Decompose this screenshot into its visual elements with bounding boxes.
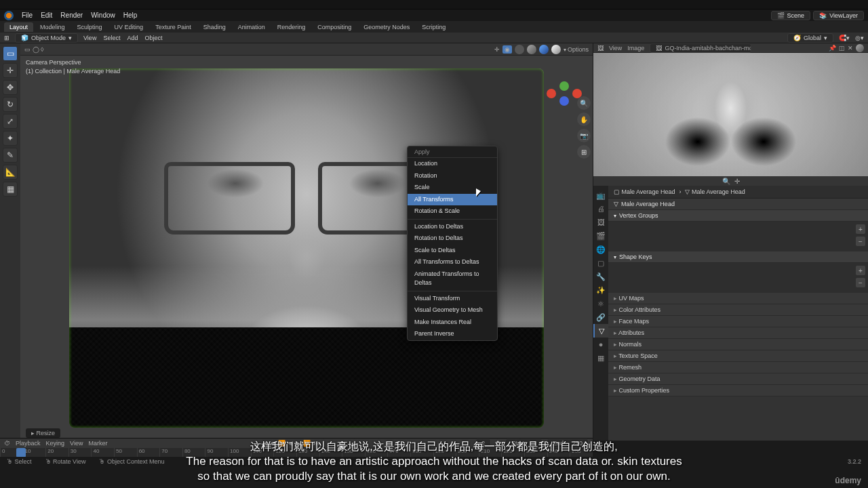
imged-type-icon[interactable]: 🖼: [597, 45, 604, 52]
menu-edit[interactable]: Edit: [41, 12, 52, 19]
tab-layout[interactable]: Layout: [4, 22, 33, 32]
snap-icon[interactable]: 🧲▾: [839, 35, 850, 41]
tab-shading[interactable]: Shading: [198, 22, 231, 32]
ctx-rot-deltas[interactable]: Rotation to Deltas: [408, 232, 497, 245]
imged-shade-icon[interactable]: [856, 44, 864, 52]
imged-view[interactable]: View: [609, 45, 622, 52]
panel-geodata[interactable]: Geometry Data: [608, 373, 868, 385]
ctx-location[interactable]: Location: [408, 158, 497, 170]
ctx-scale[interactable]: Scale: [408, 182, 497, 194]
selectmode-icon[interactable]: ▭ ◯ ◊: [24, 46, 43, 53]
hdr-add[interactable]: Add: [127, 35, 138, 41]
ctx-rotation[interactable]: Rotation: [408, 170, 497, 182]
panel-custom[interactable]: Custom Properties: [608, 385, 868, 396]
menu-help[interactable]: Help: [123, 12, 138, 19]
zoom-icon[interactable]: 🔍: [577, 96, 591, 110]
panel-vertexgroups[interactable]: Vertex Groups: [608, 210, 868, 222]
crumb-data[interactable]: ▽ Male Average Head: [685, 188, 745, 195]
panel-normals[interactable]: Normals: [608, 339, 868, 350]
ptab-output[interactable]: 🖨: [593, 202, 608, 216]
hdr-select[interactable]: Select: [103, 35, 120, 41]
shade-render-icon[interactable]: [551, 45, 561, 54]
sk-remove-button[interactable]: −: [856, 278, 865, 287]
viewport-canvas[interactable]: Camera Perspective (1) Collection | Male…: [20, 56, 593, 441]
proportional-icon[interactable]: ◎▾: [855, 35, 864, 41]
ctx-parent-inverse[interactable]: Parent Inverse: [408, 328, 497, 340]
camera-icon[interactable]: 📷: [577, 129, 591, 142]
tool-measure[interactable]: 📐: [3, 165, 18, 180]
panel-texspace[interactable]: Texture Space: [608, 350, 868, 362]
blender-logo[interactable]: [4, 11, 14, 20]
persp-icon[interactable]: ⊞: [577, 145, 591, 159]
gizmo-z[interactable]: [559, 96, 569, 106]
tool-transform[interactable]: ✦: [3, 131, 18, 146]
3d-viewport[interactable]: ▭ ◯ ◊ ✛ ◉ Options Camera Perspective (1)…: [20, 43, 593, 441]
imged-tool-icon[interactable]: ✛: [734, 178, 740, 185]
ctx-visual-transform[interactable]: Visual Transform: [408, 293, 497, 305]
tab-comp[interactable]: Compositing: [312, 22, 357, 32]
tab-render[interactable]: Rendering: [272, 22, 311, 32]
imged-pin-icon[interactable]: 📌: [829, 45, 836, 52]
ptab-data[interactable]: ▽: [593, 324, 608, 338]
options-btn[interactable]: Options: [564, 46, 589, 53]
ctx-all-deltas[interactable]: All Transforms to Deltas: [408, 256, 497, 268]
panel-colorattr[interactable]: Color Attributes: [608, 304, 868, 316]
panel-uvmaps[interactable]: UV Maps: [608, 293, 868, 304]
shade-solid-icon[interactable]: [527, 45, 536, 54]
ptab-particle[interactable]: ✨: [593, 283, 608, 297]
viewlayer-selector[interactable]: 📚 ViewLayer: [813, 11, 864, 20]
panel-facemaps[interactable]: Face Maps: [608, 316, 868, 327]
tab-script[interactable]: Scripting: [416, 22, 451, 32]
tab-modeling[interactable]: Modeling: [35, 22, 71, 32]
editor-type-icon[interactable]: ⊞: [4, 35, 9, 41]
panel-shapekeys[interactable]: Shape Keys: [608, 251, 868, 263]
ptab-constraint[interactable]: 🔗: [593, 310, 608, 324]
imged-image[interactable]: Image: [627, 45, 644, 52]
ptab-render[interactable]: 📺: [593, 188, 608, 202]
ctx-anim-deltas[interactable]: Animated Transforms to Deltas: [408, 268, 497, 289]
ctx-visual-geo[interactable]: Visual Geometry to Mesh: [408, 304, 497, 317]
tab-sculpting[interactable]: Sculpting: [72, 22, 108, 32]
menu-file[interactable]: File: [22, 12, 33, 19]
imged-zoom-icon[interactable]: 🔍: [722, 178, 730, 185]
ctx-loc-deltas[interactable]: Location to Deltas: [408, 221, 497, 233]
hdr-view[interactable]: View: [83, 35, 96, 41]
ptab-texture[interactable]: ▦: [593, 351, 608, 365]
sk-add-button[interactable]: +: [856, 266, 865, 275]
ctx-make-real[interactable]: Make Instances Real: [408, 317, 497, 329]
tool-addcube[interactable]: ▦: [3, 182, 18, 197]
panel-remesh[interactable]: Remesh: [608, 362, 868, 373]
mode-select[interactable]: 🧊 Object Mode ▾: [15, 33, 78, 43]
vg-remove-button[interactable]: −: [856, 237, 865, 246]
crumb-obj[interactable]: ▢ Male Average Head: [614, 188, 675, 195]
tool-move[interactable]: ✥: [3, 80, 18, 95]
menu-render[interactable]: Render: [60, 12, 83, 19]
tab-texpaint[interactable]: Texture Paint: [150, 22, 197, 32]
imged-newslot-icon[interactable]: ◫: [839, 45, 845, 52]
scene-selector[interactable]: 🎬 Scene: [771, 11, 811, 20]
menu-window[interactable]: Window: [91, 12, 115, 19]
imged-close-icon[interactable]: ✕: [848, 45, 853, 52]
gizmo-y[interactable]: [559, 81, 569, 91]
ptab-physics[interactable]: ⚛: [593, 297, 608, 310]
imged-file[interactable]: 🖼 GQ-India-amitabh-bachchan-moty.png: [650, 43, 751, 53]
tool-cursor[interactable]: ✛: [3, 63, 18, 78]
ptab-object[interactable]: ▢: [593, 256, 608, 270]
ptab-material[interactable]: ●: [593, 338, 608, 351]
ptab-scene[interactable]: 🎬: [593, 229, 608, 243]
vg-add-button[interactable]: +: [856, 224, 865, 234]
shade-wire-icon[interactable]: [515, 45, 524, 54]
ptab-viewlayer[interactable]: 🖼: [593, 216, 608, 229]
tab-uv[interactable]: UV Editing: [109, 22, 149, 32]
tool-scale[interactable]: ⤢: [3, 114, 18, 129]
ptab-world[interactable]: 🌐: [593, 243, 608, 256]
tab-anim[interactable]: Animation: [233, 22, 271, 32]
ctx-rotscale[interactable]: Rotation & Scale: [408, 205, 497, 218]
ctx-scale-deltas[interactable]: Scale to Deltas: [408, 245, 497, 257]
ptab-modifier[interactable]: 🔧: [593, 270, 608, 283]
gizmo-x[interactable]: [547, 89, 556, 98]
tool-annotate[interactable]: ✎: [3, 148, 18, 163]
last-op-panel[interactable]: ▸ Resize: [26, 428, 60, 438]
gizmo-toggle-icon[interactable]: ✛: [494, 46, 500, 53]
image-canvas[interactable]: [593, 53, 868, 176]
